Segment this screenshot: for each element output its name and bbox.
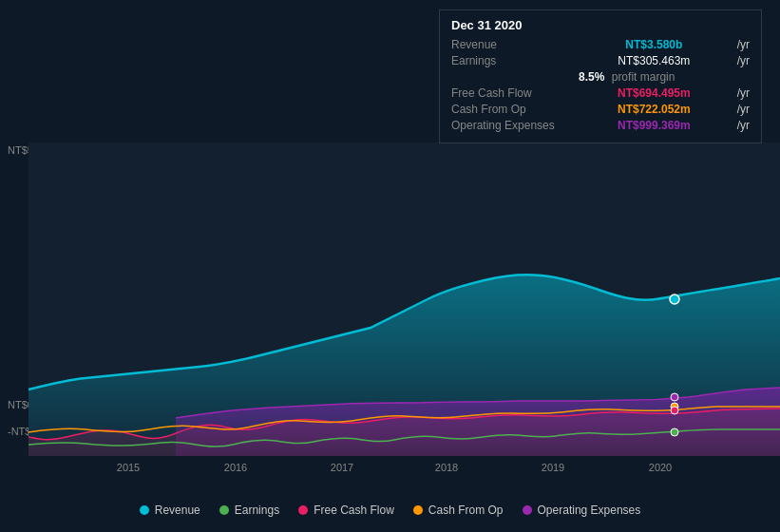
legend-earnings[interactable]: Earnings — [219, 504, 279, 517]
svg-point-2 — [671, 393, 678, 401]
legend-earnings-dot — [219, 505, 229, 515]
legend-earnings-label: Earnings — [235, 504, 279, 517]
legend-fcf[interactable]: Free Cash Flow — [298, 504, 394, 517]
chart-svg — [29, 142, 780, 456]
x-label-2019: 2019 — [542, 462, 564, 473]
legend-cashfromop-dot — [413, 505, 423, 515]
x-label-2017: 2017 — [331, 462, 353, 473]
tooltip-fcf-label: Free Cash Flow — [451, 86, 575, 100]
tooltip-earnings-label: Earnings — [451, 54, 575, 67]
tooltip-opex-row: Operating Expenses NT$999.369m /yr — [451, 119, 750, 132]
tooltip-cashfromop-row: Cash From Op NT$722.052m /yr — [451, 103, 750, 116]
legend-revenue[interactable]: Revenue — [140, 504, 200, 517]
tooltip-cashfromop-value: NT$722.052m — [618, 103, 691, 116]
tooltip-revenue-value: NT$3.580b — [625, 38, 682, 51]
tooltip-fcf-value: NT$694.495m — [618, 86, 691, 100]
legend-opex-dot — [523, 505, 532, 515]
legend-opex[interactable]: Operating Expenses — [523, 504, 641, 517]
svg-point-5 — [671, 428, 678, 436]
tooltip-earnings-value: NT$305.463m — [618, 54, 690, 67]
legend-revenue-label: Revenue — [155, 504, 200, 517]
tooltip: Dec 31 2020 Revenue NT$3.580b /yr Earnin… — [439, 10, 762, 143]
x-label-2015: 2015 — [117, 462, 140, 473]
x-label-2020: 2020 — [649, 462, 672, 473]
tooltip-cashfromop-label: Cash From Op — [451, 103, 575, 116]
tooltip-revenue-label: Revenue — [451, 38, 575, 51]
x-label-2018: 2018 — [435, 462, 458, 473]
legend-cashfromop-label: Cash From Op — [428, 504, 504, 517]
tooltip-profit-margin: 8.5% profit margin — [579, 70, 750, 84]
legend-cashfromop[interactable]: Cash From Op — [413, 504, 504, 517]
tooltip-opex-label: Operating Expenses — [451, 119, 575, 132]
legend-opex-label: Operating Expenses — [538, 504, 641, 517]
x-label-2016: 2016 — [224, 462, 247, 473]
tooltip-date: Dec 31 2020 — [451, 18, 750, 32]
legend-fcf-label: Free Cash Flow — [314, 504, 394, 517]
tooltip-revenue-row: Revenue NT$3.580b /yr — [451, 38, 750, 51]
tooltip-opex-value: NT$999.369m — [618, 119, 691, 132]
legend: Revenue Earnings Free Cash Flow Cash Fro… — [0, 504, 780, 517]
tooltip-earnings-row: Earnings NT$305.463m /yr — [451, 54, 750, 67]
svg-point-4 — [671, 407, 678, 414]
svg-point-1 — [670, 294, 679, 304]
legend-revenue-dot — [140, 505, 149, 515]
tooltip-fcf-row: Free Cash Flow NT$694.495m /yr — [451, 86, 750, 100]
chart-container: Dec 31 2020 Revenue NT$3.580b /yr Earnin… — [0, 0, 780, 532]
legend-fcf-dot — [298, 505, 308, 515]
